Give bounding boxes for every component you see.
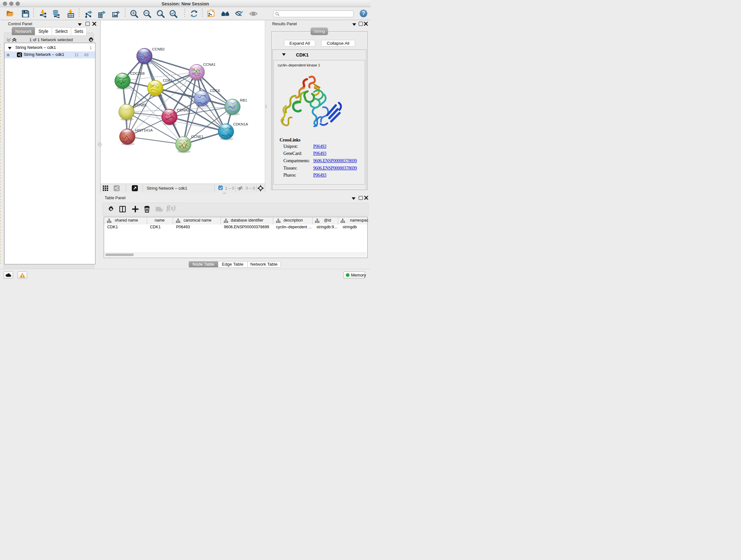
svg-text:CDC6: CDC6 bbox=[210, 89, 220, 92]
svg-text:CCNA1: CCNA1 bbox=[203, 62, 216, 66]
svg-text:RB1: RB1 bbox=[240, 98, 247, 102]
svg-text:CCNB2: CCNB2 bbox=[152, 47, 165, 51]
svg-text:CCNA2: CCNA2 bbox=[177, 108, 190, 112]
svg-text:CCNE1: CCNE1 bbox=[191, 135, 204, 138]
svg-text:CDKN1A: CDKN1A bbox=[233, 122, 248, 126]
svg-text:CCNB1: CCNB1 bbox=[134, 103, 147, 107]
svg-text:CDK1: CDK1 bbox=[163, 78, 173, 82]
svg-text:CDC25B: CDC25B bbox=[130, 71, 145, 75]
svg-text:HIST1H1A: HIST1H1A bbox=[135, 128, 153, 132]
